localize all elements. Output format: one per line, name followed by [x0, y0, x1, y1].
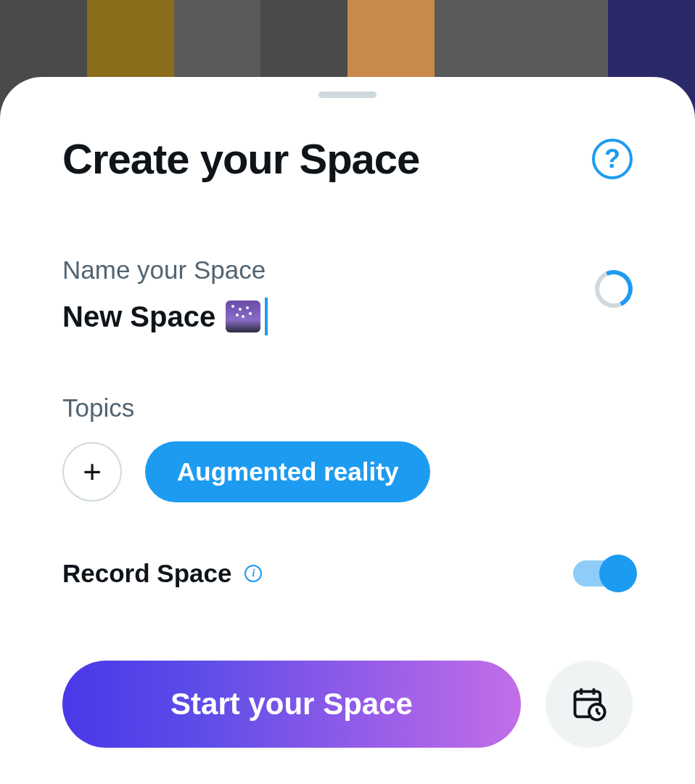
space-name-input[interactable]: New Space: [62, 298, 595, 335]
record-space-label: Record Space: [62, 559, 231, 588]
page-title: Create your Space: [62, 134, 419, 183]
create-space-sheet: Create your Space ? Name your Space New …: [0, 77, 695, 784]
topic-chip[interactable]: Augmented reality: [145, 441, 430, 502]
loading-spinner-icon: [590, 265, 638, 314]
schedule-button[interactable]: [546, 661, 633, 748]
calendar-clock-icon: [570, 685, 608, 723]
start-space-button[interactable]: Start your Space: [62, 661, 521, 748]
add-topic-button[interactable]: +: [62, 442, 122, 502]
info-icon[interactable]: i: [244, 565, 262, 582]
svg-line-6: [597, 712, 600, 714]
plus-icon: +: [83, 454, 102, 490]
name-field-label: Name your Space: [62, 256, 595, 285]
space-name-value: New Space: [62, 301, 215, 333]
milky-way-emoji-icon: [226, 301, 260, 332]
toggle-knob: [599, 555, 637, 592]
help-icon[interactable]: ?: [592, 139, 633, 179]
sheet-grabber[interactable]: [318, 91, 377, 98]
text-cursor: [265, 298, 268, 335]
topics-label: Topics: [62, 393, 633, 422]
record-space-toggle[interactable]: [573, 560, 633, 587]
